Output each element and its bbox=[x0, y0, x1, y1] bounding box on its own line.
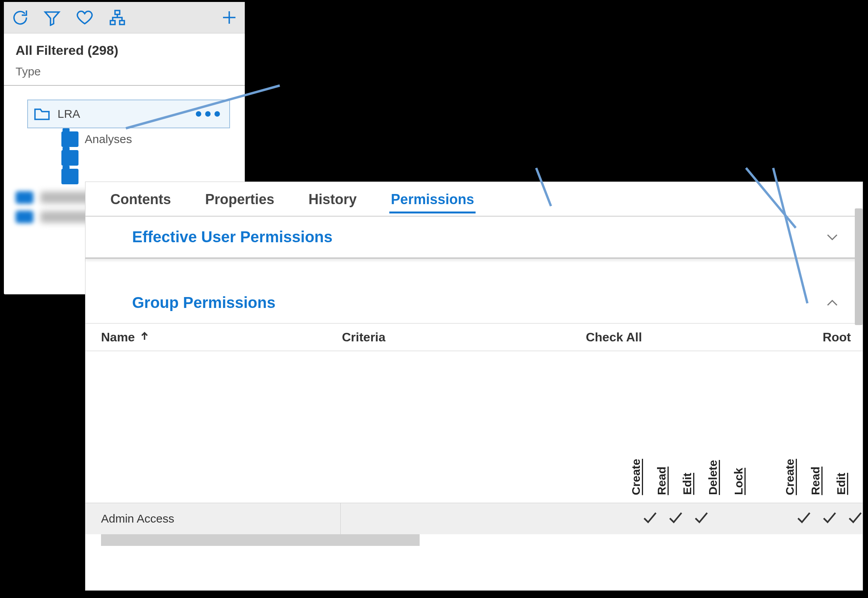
group-permissions-table: Name Criteria Check All Root CreateReadE… bbox=[85, 323, 863, 546]
tree-child[interactable]: Analyses bbox=[61, 131, 233, 147]
chevron-up-icon[interactable] bbox=[825, 296, 839, 310]
perm-cell[interactable] bbox=[642, 510, 657, 528]
folder-icon bbox=[61, 131, 78, 147]
table-row[interactable]: Admin Access bbox=[85, 503, 863, 534]
svg-rect-1 bbox=[110, 21, 115, 24]
favorite-icon[interactable] bbox=[76, 9, 93, 26]
col-root[interactable]: Root bbox=[715, 330, 863, 344]
refresh-icon[interactable] bbox=[11, 9, 28, 26]
section-divider bbox=[85, 257, 863, 259]
horizontal-scrollbar[interactable] bbox=[85, 534, 863, 546]
perm-cell[interactable] bbox=[847, 510, 863, 528]
tree-child-label: Analyses bbox=[85, 133, 132, 146]
chevron-down-icon[interactable] bbox=[825, 230, 839, 244]
tab-bar: Contents Properties History Permissions bbox=[85, 182, 863, 217]
perm-col-lock[interactable]: Lock bbox=[732, 468, 748, 495]
perm-col-create[interactable]: Create bbox=[629, 459, 645, 495]
add-icon[interactable] bbox=[221, 9, 238, 26]
details-panel: Contents Properties History Permissions … bbox=[85, 182, 863, 590]
perm-cell[interactable] bbox=[796, 510, 811, 528]
sort-asc-icon bbox=[139, 330, 150, 344]
permission-subheader: CreateReadEditDeleteLockCreateReadEdit bbox=[85, 351, 863, 503]
perm-cell[interactable] bbox=[744, 510, 760, 528]
folder-icon bbox=[61, 150, 78, 166]
cell-name: Admin Access bbox=[85, 503, 341, 534]
tree-child[interactable] bbox=[61, 150, 233, 166]
perm-cell[interactable] bbox=[693, 510, 709, 528]
svg-rect-2 bbox=[120, 21, 124, 24]
tab-properties[interactable]: Properties bbox=[204, 189, 276, 213]
section-title: Effective User Permissions bbox=[132, 228, 333, 246]
perm-col-read[interactable]: Read bbox=[655, 467, 671, 495]
navigator-toolbar bbox=[4, 2, 245, 33]
filter-icon[interactable] bbox=[44, 9, 61, 26]
section-title: Group Permissions bbox=[132, 294, 275, 311]
col-criteria[interactable]: Criteria bbox=[342, 330, 513, 344]
navigator-tree: LRA Analyses bbox=[4, 86, 245, 184]
folder-outline-icon bbox=[33, 105, 51, 122]
perm-col-delete[interactable]: Delete bbox=[706, 460, 722, 495]
perm-cell[interactable] bbox=[719, 510, 734, 528]
navigator-type-label: Type bbox=[4, 63, 245, 86]
perm-col-root-read[interactable]: Read bbox=[809, 467, 824, 495]
hierarchy-icon[interactable] bbox=[109, 9, 126, 26]
group-permissions-header[interactable]: Group Permissions bbox=[85, 282, 863, 323]
tree-node-selected[interactable]: LRA bbox=[27, 100, 230, 128]
perm-col-root-edit[interactable]: Edit bbox=[835, 473, 850, 495]
perm-col-root-create[interactable]: Create bbox=[783, 459, 799, 495]
effective-permissions-header[interactable]: Effective User Permissions bbox=[85, 217, 863, 257]
tab-permissions[interactable]: Permissions bbox=[389, 189, 476, 213]
tree-node-label: LRA bbox=[58, 107, 196, 121]
col-name[interactable]: Name bbox=[85, 330, 342, 344]
col-name-label: Name bbox=[101, 330, 135, 344]
navigator-title: All Filtered (298) bbox=[4, 33, 245, 63]
svg-rect-0 bbox=[115, 10, 120, 14]
perm-col-edit[interactable]: Edit bbox=[681, 473, 696, 495]
tab-history[interactable]: History bbox=[307, 189, 358, 213]
more-icon[interactable] bbox=[196, 111, 220, 117]
col-check-all[interactable]: Check All bbox=[513, 330, 715, 344]
perm-cell[interactable] bbox=[821, 510, 837, 528]
vertical-scrollbar[interactable] bbox=[855, 208, 863, 325]
perm-cell[interactable] bbox=[668, 510, 683, 528]
tab-contents[interactable]: Contents bbox=[109, 189, 173, 213]
folder-icon bbox=[61, 169, 78, 184]
table-header: Name Criteria Check All Root bbox=[85, 323, 863, 351]
